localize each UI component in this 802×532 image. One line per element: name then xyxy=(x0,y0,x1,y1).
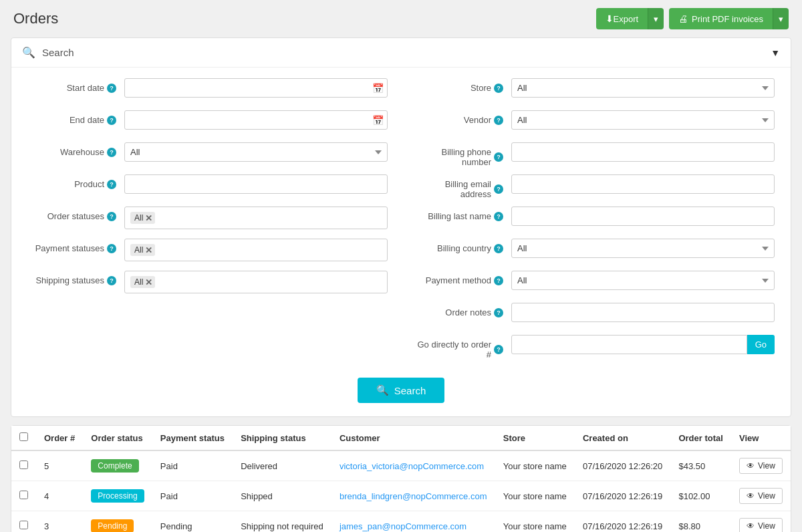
table-row: 3 Pending Pending Shipping not required … xyxy=(11,511,791,533)
vendor-label: Vendor xyxy=(464,115,491,125)
store-select[interactable]: All xyxy=(511,78,775,98)
export-button-group: ⬇ Export ▾ xyxy=(596,8,664,29)
search-icon: 🔍 xyxy=(22,46,35,59)
billing-lastname-help-icon[interactable]: ? xyxy=(494,212,503,221)
view-button[interactable]: 👁 View xyxy=(739,518,783,532)
search-button-label: Search xyxy=(394,385,426,396)
go-button[interactable]: Go xyxy=(747,335,775,354)
billing-phone-input[interactable] xyxy=(511,142,775,162)
order-status-tag-all-remove[interactable]: ✕ xyxy=(145,214,152,223)
payment-statuses-help-icon[interactable]: ? xyxy=(107,244,116,253)
vendor-row: Vendor ? All xyxy=(414,110,775,136)
product-help-icon[interactable]: ? xyxy=(107,180,116,189)
order-status-badge: Complete xyxy=(91,459,138,473)
row-checkbox[interactable] xyxy=(19,460,28,469)
customer-link[interactable]: brenda_lindgren@nopCommerce.com xyxy=(340,491,487,501)
row-checkbox-cell xyxy=(11,511,36,533)
row-checkbox[interactable] xyxy=(19,491,28,499)
order-notes-input[interactable] xyxy=(511,303,775,322)
search-panel-header[interactable]: 🔍 Search ▼ xyxy=(11,38,791,68)
warehouse-help-icon[interactable]: ? xyxy=(107,148,116,157)
cell-customer: victoria_victoria@nopCommerce.com xyxy=(331,450,495,481)
customer-link[interactable]: victoria_victoria@nopCommerce.com xyxy=(340,461,484,471)
payment-statuses-input[interactable]: All ✕ xyxy=(124,239,388,261)
cell-payment-status: Paid xyxy=(152,481,233,511)
download-icon: ⬇ xyxy=(606,13,614,24)
left-form-col: Start date ? 📅 End date xyxy=(27,78,388,367)
warehouse-row: Warehouse ? All xyxy=(27,142,388,168)
order-notes-help-icon[interactable]: ? xyxy=(494,308,503,317)
billing-country-select[interactable]: All xyxy=(511,239,775,258)
end-date-help-icon[interactable]: ? xyxy=(107,116,116,125)
order-statuses-help-icon[interactable]: ? xyxy=(107,212,116,221)
row-checkbox-cell xyxy=(11,450,36,481)
shipping-statuses-input[interactable]: All ✕ xyxy=(124,271,388,293)
billing-country-label: Billing country xyxy=(437,243,491,253)
cell-shipping-status: Shipping not required xyxy=(233,511,331,533)
row-checkbox[interactable] xyxy=(19,521,28,529)
warehouse-select[interactable]: All xyxy=(124,142,388,162)
start-date-help-icon[interactable]: ? xyxy=(107,84,116,93)
search-button[interactable]: 🔍 Search xyxy=(358,378,445,403)
search-panel-title: Search xyxy=(42,47,74,58)
end-date-calendar-icon[interactable]: 📅 xyxy=(372,115,384,126)
billing-email-input[interactable] xyxy=(511,174,775,194)
billing-phone-help-icon[interactable]: ? xyxy=(494,152,503,162)
cell-order-total: $8.80 xyxy=(670,511,731,533)
order-status-badge: Processing xyxy=(91,489,144,503)
store-help-icon[interactable]: ? xyxy=(494,84,503,93)
go-directly-help-icon[interactable]: ? xyxy=(494,345,503,354)
payment-method-select[interactable]: All xyxy=(511,271,775,290)
billing-lastname-input[interactable] xyxy=(511,207,775,226)
export-caret-button[interactable]: ▾ xyxy=(648,8,664,29)
vendor-help-icon[interactable]: ? xyxy=(494,116,503,125)
customer-link[interactable]: james_pan@nopCommerce.com xyxy=(340,521,466,531)
search-button-row: 🔍 Search xyxy=(27,378,775,403)
cell-view: 👁 View xyxy=(731,450,791,481)
warehouse-label: Warehouse xyxy=(60,147,104,157)
shipping-status-tag-all: All ✕ xyxy=(130,276,155,288)
billing-email-help-icon[interactable]: ? xyxy=(494,184,503,194)
go-order-input[interactable] xyxy=(511,335,747,354)
payment-method-help-icon[interactable]: ? xyxy=(494,276,503,285)
print-button-group: 🖨 Print PDF invoices ▾ xyxy=(669,8,789,29)
table-row: 5 Complete Paid Delivered victoria_victo… xyxy=(11,450,791,481)
go-directly-label: Go directly to order # xyxy=(414,340,491,360)
row-checkbox-cell xyxy=(11,481,36,511)
billing-country-help-icon[interactable]: ? xyxy=(494,244,503,253)
order-statuses-input[interactable]: All ✕ xyxy=(124,207,388,229)
print-caret-button[interactable]: ▾ xyxy=(773,8,789,29)
view-button[interactable]: 👁 View xyxy=(739,488,783,504)
print-pdf-button[interactable]: 🖨 Print PDF invoices xyxy=(669,8,773,29)
th-shipping-status: Shipping status xyxy=(233,426,331,450)
cell-order-status: Pending xyxy=(83,511,152,533)
order-status-tag-all: All ✕ xyxy=(130,212,155,224)
export-button[interactable]: ⬇ Export xyxy=(596,8,648,29)
print-label: Print PDF invoices xyxy=(692,14,763,24)
shipping-status-tag-all-remove[interactable]: ✕ xyxy=(145,278,152,287)
end-date-input[interactable] xyxy=(124,110,388,130)
start-date-calendar-icon[interactable]: 📅 xyxy=(372,83,384,94)
store-label: Store xyxy=(471,83,491,93)
payment-statuses-row: Payment statuses ? All ✕ xyxy=(27,239,388,264)
go-to-order-row: Go directly to order # ? Go xyxy=(414,335,775,360)
cell-store: Your store name xyxy=(495,450,575,481)
th-order-total: Order total xyxy=(670,426,731,450)
select-all-checkbox[interactable] xyxy=(19,432,28,441)
view-button[interactable]: 👁 View xyxy=(739,458,783,474)
start-date-input[interactable] xyxy=(124,78,388,98)
product-input[interactable] xyxy=(124,174,388,194)
order-statuses-row: Order statuses ? All ✕ xyxy=(27,207,388,232)
product-label: Product xyxy=(74,179,104,189)
vendor-select[interactable]: All xyxy=(511,110,775,130)
order-notes-label: Order notes xyxy=(445,307,491,317)
table-row: 4 Processing Paid Shipped brenda_lindgre… xyxy=(11,481,791,511)
shipping-statuses-help-icon[interactable]: ? xyxy=(107,276,116,285)
cell-created-on: 07/16/2020 12:26:20 xyxy=(575,450,670,481)
table-body: 5 Complete Paid Delivered victoria_victo… xyxy=(11,450,791,532)
end-date-row: End date ? 📅 xyxy=(27,110,388,136)
cell-order-num: 4 xyxy=(36,481,83,511)
billing-country-row: Billing country ? All xyxy=(414,239,775,264)
page-title: Orders xyxy=(13,10,58,27)
payment-status-tag-all-remove[interactable]: ✕ xyxy=(145,246,152,255)
